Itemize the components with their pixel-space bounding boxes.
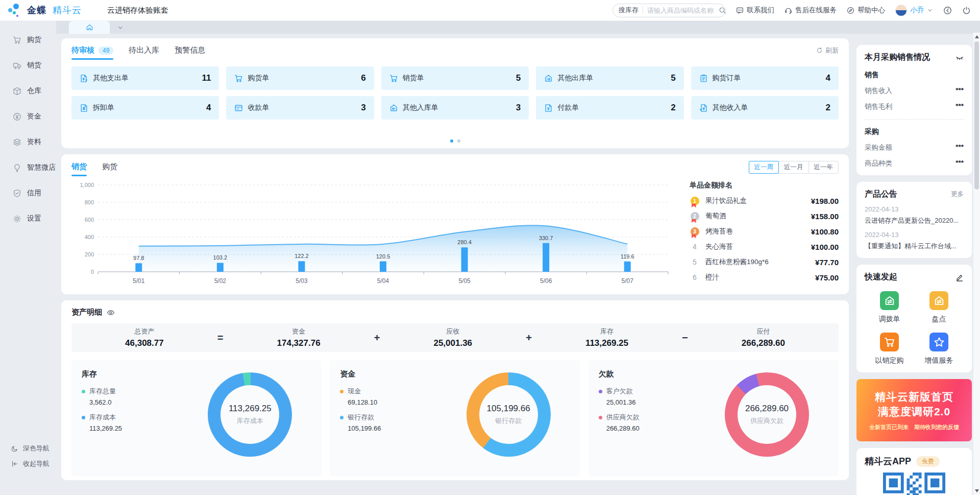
- more-link[interactable]: 更多: [951, 190, 964, 199]
- todo-cards-grid: 其他支出单11购货单6销货单5其他出库单5购货订单4拆卸单4收款单3其他入库单3…: [71, 66, 839, 120]
- range-button-1[interactable]: 近一月: [778, 161, 809, 174]
- svg-text:280.4: 280.4: [457, 239, 472, 245]
- pagination-dot[interactable]: [450, 139, 453, 143]
- sidebar-item-box[interactable]: 仓库: [0, 78, 56, 104]
- sidebar-item-truck[interactable]: 销货: [0, 53, 56, 78]
- inventory-search[interactable]: 搜库存: [612, 4, 726, 17]
- monthly-row-value: ***: [955, 102, 964, 111]
- tab-dropdown-button[interactable]: [114, 21, 127, 34]
- user-menu[interactable]: 小乔: [895, 5, 933, 16]
- help-center-link[interactable]: 帮助中心: [847, 6, 885, 15]
- search-input[interactable]: [647, 7, 715, 14]
- eye-icon[interactable]: [107, 309, 115, 317]
- todo-card[interactable]: 购货订单4: [691, 66, 839, 90]
- svg-text:5/06: 5/06: [540, 277, 552, 285]
- sales-tabs: 销货购货: [71, 162, 117, 176]
- todo-card-label: 购货订单: [713, 74, 741, 83]
- home-icon: [86, 23, 93, 31]
- todo-card[interactable]: 其他支出单11: [71, 66, 219, 90]
- back-icon[interactable]: [943, 6, 952, 15]
- sidebar-item-cart[interactable]: 购货: [0, 27, 56, 53]
- todo-card[interactable]: 购货单6: [226, 66, 374, 90]
- todo-card[interactable]: 其他收入单2: [691, 96, 839, 120]
- quick-action-label: 增值服务: [925, 356, 953, 365]
- todo-tab-0[interactable]: 待审核49: [71, 45, 113, 60]
- todo-card[interactable]: 拆卸单4: [71, 96, 219, 120]
- announcement-link[interactable]: 云进销存产品更新公告_20220...: [865, 216, 964, 225]
- scrollbar-up-arrow[interactable]: [973, 33, 980, 40]
- search-category[interactable]: 搜库存: [619, 6, 639, 15]
- moon-icon: [11, 445, 18, 452]
- todo-card[interactable]: 其他入库单3: [381, 96, 529, 120]
- brand-logo[interactable]: 金蝶精斗云: [0, 4, 100, 17]
- donut-hole: 105,199.66银行存款: [479, 385, 538, 444]
- pagination-dot[interactable]: [457, 139, 460, 143]
- announcement-link[interactable]: 【重要通知】精斗云工作台域...: [865, 242, 964, 251]
- sales-tab-label: 销货: [71, 162, 87, 172]
- search-divider: [643, 7, 643, 14]
- after-sales-service-link[interactable]: 售后在线服务: [785, 6, 837, 15]
- todo-card[interactable]: 收款单3: [226, 96, 374, 120]
- scrollbar-down-arrow[interactable]: [973, 487, 980, 494]
- formula-operator: +: [526, 332, 532, 344]
- todo-card[interactable]: 付款单2: [536, 96, 683, 120]
- qr-code: [865, 473, 964, 495]
- range-button-0[interactable]: 近一周: [749, 161, 779, 174]
- contact-us-link[interactable]: 联系我们: [736, 6, 774, 15]
- monthly-row-value: ***: [955, 86, 964, 96]
- banner-line3: 全新首页已到来 期待收到您的反馈: [869, 423, 959, 431]
- cart-icon: [13, 36, 21, 44]
- sidebar-item-layers[interactable]: 资料: [0, 129, 56, 155]
- sidebar-item-yen-circle[interactable]: 资金: [0, 104, 56, 129]
- refresh-button[interactable]: 刷新: [816, 46, 839, 60]
- formula-item: 总资产46,308.77: [125, 327, 164, 348]
- search-icon[interactable]: [719, 7, 726, 14]
- todo-card[interactable]: 销货单5: [381, 66, 529, 90]
- donut-center-label: 供应商欠款: [750, 416, 783, 426]
- sidebar-item-shield[interactable]: 信用: [0, 180, 56, 206]
- quick-action-house-swap[interactable]: 调拨单: [865, 291, 914, 324]
- svg-text:1,000: 1,000: [80, 182, 94, 188]
- todo-card-count: 2: [671, 103, 675, 113]
- ranking-item-amount: ¥100.00: [811, 243, 839, 251]
- home-tab[interactable]: [69, 21, 110, 34]
- power-icon[interactable]: [962, 6, 971, 15]
- todo-card-count: 3: [361, 103, 365, 113]
- quick-action-cart[interactable]: 以销定购: [865, 333, 914, 365]
- asset-card-title: 库存: [82, 369, 311, 379]
- ranking-item-amount: ¥158.00: [811, 212, 839, 221]
- sidebar-item-bulb[interactable]: 智慧微店: [0, 155, 56, 180]
- quick-action-star[interactable]: 增值服务: [914, 333, 964, 365]
- donut-chart: 266,289.60供应商欠款: [725, 372, 809, 457]
- sidebar-item-label: 信用: [27, 188, 41, 198]
- sales-tab-1[interactable]: 购货: [102, 162, 117, 176]
- todo-card[interactable]: 其他出库单5: [536, 66, 683, 90]
- sales-tab-0[interactable]: 销货: [71, 162, 87, 176]
- todo-card-label: 购货单: [248, 74, 269, 83]
- monthly-title: 本月采购销售情况: [865, 52, 930, 63]
- scrollbar-thumb[interactable]: [974, 41, 979, 190]
- asset-card-title: 资金: [340, 369, 570, 379]
- sidebar-item-label: 销货: [27, 61, 41, 70]
- sidebar-footer-moon[interactable]: 深色导航: [0, 441, 56, 456]
- svg-text:103.2: 103.2: [213, 254, 228, 261]
- todo-tab-2[interactable]: 预警信息: [175, 45, 205, 60]
- svg-text:5/04: 5/04: [377, 277, 389, 285]
- range-button-2[interactable]: 近一年: [808, 161, 839, 174]
- edit-pencil-icon[interactable]: [955, 273, 964, 281]
- svg-text:800: 800: [85, 199, 94, 205]
- house-swap-icon: [880, 291, 899, 310]
- todo-card-count: 4: [826, 73, 830, 83]
- survey-banner[interactable]: 精斗云新版首页 满意度调研2.0 全新首页已到来 期待收到您的反馈: [856, 379, 972, 441]
- eye-closed-icon[interactable]: [955, 54, 964, 62]
- svg-text:120.5: 120.5: [376, 253, 390, 260]
- todo-tab-1[interactable]: 待出入库: [129, 45, 159, 60]
- sidebar-item-gear[interactable]: 设置: [0, 206, 56, 231]
- ranking-item-amount: ¥198.00: [811, 197, 839, 205]
- todo-card-label: 其他收入单: [713, 103, 748, 112]
- quick-action-house-swap[interactable]: 盘点: [914, 291, 964, 324]
- sidebar-footer-collapse[interactable]: 收起导航: [0, 456, 56, 472]
- formula-value: 46,308.77: [125, 338, 164, 348]
- todo-card-label: 付款单: [557, 103, 579, 112]
- quick-action-label: 以销定购: [875, 356, 904, 365]
